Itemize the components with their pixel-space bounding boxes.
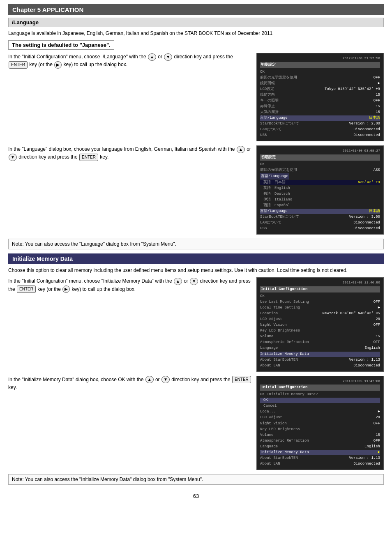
key-up-3: ▲ [174,278,182,285]
screen2-timestamp: 2012/01/30 03:08:27 [260,148,380,153]
initialize-block1: In the "Initial Configuration" menu, cho… [8,277,384,371]
language-subsection-header: The setting is defaulted to "Japanese". [8,40,114,50]
screen4-title: Initial Configuration [260,385,380,391]
screen4-timestamp: 2011/01/05 11:47:08 [260,379,380,384]
key-right-1: ▶ [54,61,62,69]
key-enter-2: ENTER [79,154,98,161]
key-enter-1: ENTER [9,61,28,69]
initialize-block2: In the "Initialize Memory Data" dialog b… [8,376,384,470]
language-section-header: /Language [8,18,384,27]
initialize-block1-text: In the "Initial Configuration" menu, cho… [8,277,252,293]
language-block1: In the "Initial Configuration" menu, cho… [8,53,384,141]
language-screen2: 2012/01/30 03:08:27 初期設定 OK 前回の光学設定を使用AS… [256,145,384,235]
page-number: 63 [8,493,384,499]
language-block2: In the "Language" dialog box, choose you… [8,145,384,235]
key-down-4: ▼ [161,376,170,383]
language-block1-text: In the "Initial Configuration" menu, cho… [8,53,252,69]
screen2-title: 初期設定 [260,154,380,161]
key-up-1: ▲ [148,53,156,61]
language-intro: Language is available in Japanese, Engli… [8,30,384,37]
screen1-timestamp: 2012/01/30 21:57:58 [260,56,380,61]
initialize-intro: Choose this option to clear all memory i… [8,267,384,274]
language-note: Note: You can also access the "Language"… [8,239,384,249]
initialize-screen3: 2011/01/05 11:46:50 Initial Configuratio… [256,277,384,371]
chapter-header: Chapter 5 APPLICATION [8,4,384,15]
initialize-block2-text: In the "Initialize Memory Data" dialog b… [8,376,252,391]
screen3-title: Initial Configuration [260,286,380,292]
language-block2-text: In the "Language" dialog box, choose you… [8,145,252,161]
language-screen1: 2012/01/30 21:57:58 初期設定 OK 前回の光学設定を使用OF… [256,53,384,141]
key-up-2: ▲ [237,146,245,153]
initialize-note: Note: You can also access the "Initializ… [8,474,384,485]
key-down-2: ▼ [9,154,17,161]
key-right-3: ▶ [62,286,70,293]
key-down-1: ▼ [164,53,172,61]
key-enter-4: ENTER [232,376,251,383]
screen3-timestamp: 2011/01/05 11:46:50 [260,280,380,285]
key-enter-3: ENTER [17,286,36,293]
screen1-title: 初期設定 [260,62,380,68]
key-down-3: ▼ [190,278,198,285]
initialize-section-header: Initialize Memory Data [8,253,384,264]
initialize-screen4: 2011/01/05 11:47:08 Initial Configuratio… [256,376,384,470]
key-up-4: ▲ [145,376,154,383]
